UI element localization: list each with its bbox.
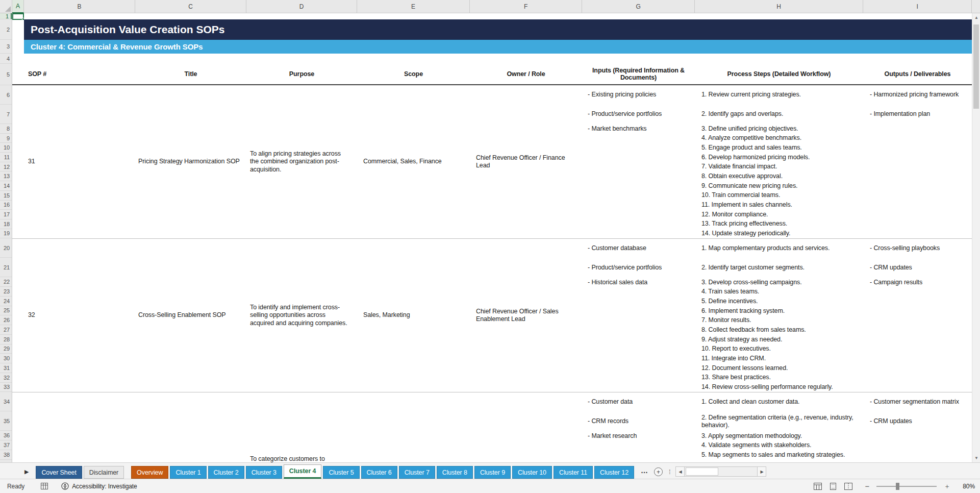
select-all-corner[interactable] [0,0,12,13]
new-sheet-button[interactable]: + [654,467,663,476]
hscroll-right-icon[interactable]: ▶ [757,466,766,477]
sheet-tab-cluster-5[interactable]: Cluster 5 [323,466,359,479]
row-header-9[interactable]: 9 [0,134,12,143]
row-header-19[interactable]: 19 [0,229,12,239]
row-header-2[interactable]: 2 [0,19,12,40]
header-inputs[interactable]: Inputs (Required Information & Documents… [582,64,695,84]
column-header-a[interactable]: A [12,0,24,13]
row-header-17[interactable]: 17 [0,210,12,219]
sheet-tab-cluster-3[interactable]: Cluster 3 [246,466,282,479]
zoom-slider[interactable] [876,486,937,487]
sheet-tab-cluster-1[interactable]: Cluster 1 [170,466,206,479]
sop-scope[interactable] [357,392,470,462]
sop-purpose[interactable]: To identify and implement cross-selling … [246,239,357,392]
row-header-30[interactable]: 30 [0,354,12,363]
sheet-tab-disclaimer[interactable]: Disclaimer [84,466,124,479]
row-header-28[interactable]: 28 [0,335,12,344]
empty-cell[interactable] [12,392,24,462]
sop-title[interactable]: Pricing Strategy Harmonization SOP [135,85,246,238]
sheet-tab-overview[interactable]: Overview [131,466,168,479]
page-layout-view-icon[interactable] [829,483,837,490]
row-header-8[interactable]: 8 [0,124,12,134]
scroll-up-icon[interactable]: ▲ [972,13,980,22]
tab-splitter-handle[interactable]: ⁞ [669,468,671,476]
cluster-subtitle-band[interactable]: Cluster 4: Commercial & Revenue Growth S… [24,40,972,54]
more-sheets-button[interactable]: … [641,466,648,475]
sop-title[interactable] [135,392,246,462]
row-header-4[interactable]: 4 [0,54,12,64]
sop-purpose[interactable]: To categorize customers to [246,392,357,462]
zoom-in-button[interactable]: ＋ [944,482,950,491]
row-header-3[interactable]: 3 [0,40,12,54]
sheet-tab-cluster-12[interactable]: Cluster 12 [594,466,634,479]
page-break-view-icon[interactable] [844,483,852,490]
column-header-c[interactable]: C [135,0,246,13]
sheet-tab-cluster-2[interactable]: Cluster 2 [208,466,244,479]
row-header-33[interactable]: 33 [0,383,12,392]
sop-purpose[interactable]: To align pricing strategies across the c… [246,85,357,238]
horizontal-scrollbar-thumb[interactable] [686,467,718,476]
header-steps[interactable]: Process Steps (Detailed Workflow) [695,64,863,84]
row-header-26[interactable]: 26 [0,315,12,325]
sop-scope[interactable]: Commercial, Sales, Finance [357,85,470,238]
row-header-22[interactable]: 22 [0,277,12,287]
sheet-title-band[interactable]: Post-Acquisition Value Creation SOPs [24,19,972,40]
sop-number[interactable]: 31 [24,85,135,238]
row-header-29[interactable]: 29 [0,344,12,354]
sop-steps[interactable]: 1. Map complementary products and servic… [695,239,863,392]
row-header-18[interactable]: 18 [0,219,12,229]
sop-inputs[interactable]: - Customer database- Product/service por… [582,239,695,392]
sop-owner[interactable]: Chief Revenue Officer / Sales Enablement… [470,239,582,392]
sop-title[interactable]: Cross-Selling Enablement SOP [135,239,246,392]
row-header-31[interactable]: 31 [0,363,12,373]
sheet-tab-cluster-7[interactable]: Cluster 7 [399,466,435,479]
row-header-21[interactable]: 21 [0,258,12,277]
sop-inputs[interactable]: - Customer data- CRM records- Market res… [582,392,695,462]
empty-cell[interactable] [12,239,24,392]
row-header-38[interactable]: 38 [0,450,12,460]
row-header-27[interactable]: 27 [0,325,12,335]
sheet-tab-cluster-11[interactable]: Cluster 11 [554,466,593,479]
macro-recording-icon[interactable] [41,483,48,489]
normal-view-icon[interactable] [814,483,822,490]
row-header-12[interactable]: 12 [0,162,12,172]
vertical-scrollbar-thumb[interactable] [973,24,979,109]
header-purpose[interactable]: Purpose [246,64,357,84]
vertical-scrollbar[interactable]: ▲ ▼ [972,13,980,462]
row-header-15[interactable]: 15 [0,191,12,201]
sheet-tab-cluster-4-active[interactable]: Cluster 4 [284,464,322,479]
row-header-5[interactable]: 5 [0,64,12,85]
scroll-down-icon[interactable]: ▼ [972,454,980,462]
row-header-10[interactable]: 10 [0,143,12,153]
column-header-h[interactable]: H [695,0,863,13]
header-title[interactable]: Title [135,64,246,84]
row-header-37[interactable]: 37 [0,440,12,450]
zoom-slider-thumb[interactable] [896,483,899,490]
row-header-35[interactable]: 35 [0,411,12,431]
sop-outputs[interactable]: - Cross-selling playbooks- CRM updates- … [863,239,972,392]
row-header-16[interactable]: 16 [0,201,12,210]
sop-scope[interactable]: Sales, Marketing [357,239,470,392]
sop-steps[interactable]: 1. Collect and clean customer data.2. De… [695,392,863,462]
header-sop[interactable]: SOP # [24,64,135,84]
row-header-14[interactable]: 14 [0,181,12,191]
row-header-1[interactable]: 1 [0,13,12,19]
horizontal-scrollbar[interactable] [685,466,757,477]
column-header-b[interactable]: B [24,0,135,13]
empty-cell[interactable] [12,85,24,238]
row-header-20[interactable]: 20 [0,238,12,258]
sheet-tab-cluster-8[interactable]: Cluster 8 [437,466,473,479]
sheet-tab-cluster-6[interactable]: Cluster 6 [361,466,397,479]
row-header-36[interactable]: 36 [0,431,12,440]
sop-number[interactable] [24,392,135,462]
header-owner[interactable]: Owner / Role [470,64,582,84]
column-header-f[interactable]: F [470,0,582,13]
sop-inputs[interactable]: - Existing pricing policies- Product/ser… [582,85,695,238]
row-header-11[interactable]: 11 [0,153,12,162]
sheet-tab-cover-sheet[interactable]: Cover Sheet [36,466,82,479]
selected-cell-a1[interactable] [12,13,24,20]
row-header-13[interactable]: 13 [0,171,12,181]
sop-owner[interactable]: Chief Revenue Officer / Finance Lead [470,85,582,238]
row-header-7[interactable]: 7 [0,105,12,124]
sop-owner[interactable] [470,392,582,462]
